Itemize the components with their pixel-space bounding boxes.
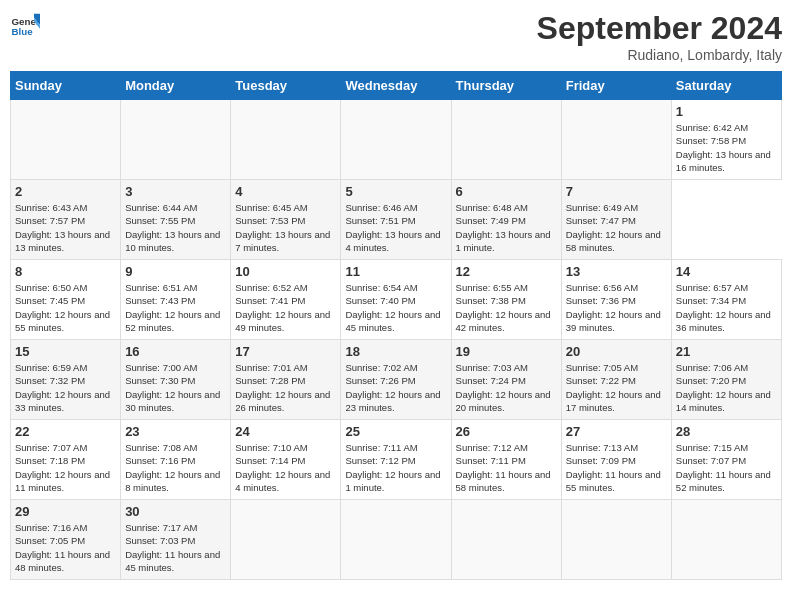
day-number: 12 xyxy=(456,264,557,279)
day-info: Sunrise: 7:16 AMSunset: 7:05 PMDaylight:… xyxy=(15,521,116,574)
day-number: 11 xyxy=(345,264,446,279)
week-row-3: 8Sunrise: 6:50 AMSunset: 7:45 PMDaylight… xyxy=(11,260,782,340)
calendar-cell xyxy=(231,100,341,180)
day-number: 22 xyxy=(15,424,116,439)
day-number: 1 xyxy=(676,104,777,119)
day-header-tuesday: Tuesday xyxy=(231,72,341,100)
week-row-2: 2Sunrise: 6:43 AMSunset: 7:57 PMDaylight… xyxy=(11,180,782,260)
calendar-cell: 6Sunrise: 6:48 AMSunset: 7:49 PMDaylight… xyxy=(451,180,561,260)
logo: General Blue xyxy=(10,10,40,40)
day-info: Sunrise: 6:57 AMSunset: 7:34 PMDaylight:… xyxy=(676,281,777,334)
day-number: 18 xyxy=(345,344,446,359)
day-number: 6 xyxy=(456,184,557,199)
day-number: 2 xyxy=(15,184,116,199)
calendar-cell: 26Sunrise: 7:12 AMSunset: 7:11 PMDayligh… xyxy=(451,420,561,500)
day-info: Sunrise: 6:55 AMSunset: 7:38 PMDaylight:… xyxy=(456,281,557,334)
day-number: 5 xyxy=(345,184,446,199)
day-info: Sunrise: 6:42 AMSunset: 7:58 PMDaylight:… xyxy=(676,121,777,174)
day-number: 23 xyxy=(125,424,226,439)
day-header-monday: Monday xyxy=(121,72,231,100)
day-info: Sunrise: 7:00 AMSunset: 7:30 PMDaylight:… xyxy=(125,361,226,414)
day-number: 3 xyxy=(125,184,226,199)
day-number: 29 xyxy=(15,504,116,519)
day-number: 10 xyxy=(235,264,336,279)
day-number: 4 xyxy=(235,184,336,199)
calendar-cell: 5Sunrise: 6:46 AMSunset: 7:51 PMDaylight… xyxy=(341,180,451,260)
calendar-cell: 13Sunrise: 6:56 AMSunset: 7:36 PMDayligh… xyxy=(561,260,671,340)
calendar-cell: 30Sunrise: 7:17 AMSunset: 7:03 PMDayligh… xyxy=(121,500,231,580)
day-number: 15 xyxy=(15,344,116,359)
day-header-sunday: Sunday xyxy=(11,72,121,100)
month-title: September 2024 xyxy=(537,10,782,47)
svg-text:Blue: Blue xyxy=(12,26,34,37)
day-number: 8 xyxy=(15,264,116,279)
calendar-cell: 19Sunrise: 7:03 AMSunset: 7:24 PMDayligh… xyxy=(451,340,561,420)
calendar-cell: 4Sunrise: 6:45 AMSunset: 7:53 PMDaylight… xyxy=(231,180,341,260)
day-info: Sunrise: 7:07 AMSunset: 7:18 PMDaylight:… xyxy=(15,441,116,494)
calendar-cell: 2Sunrise: 6:43 AMSunset: 7:57 PMDaylight… xyxy=(11,180,121,260)
calendar-cell xyxy=(341,500,451,580)
week-row-1: 1Sunrise: 6:42 AMSunset: 7:58 PMDaylight… xyxy=(11,100,782,180)
day-header-wednesday: Wednesday xyxy=(341,72,451,100)
day-number: 27 xyxy=(566,424,667,439)
day-info: Sunrise: 7:03 AMSunset: 7:24 PMDaylight:… xyxy=(456,361,557,414)
day-number: 30 xyxy=(125,504,226,519)
calendar-cell: 27Sunrise: 7:13 AMSunset: 7:09 PMDayligh… xyxy=(561,420,671,500)
calendar-cell xyxy=(561,100,671,180)
calendar-cell: 14Sunrise: 6:57 AMSunset: 7:34 PMDayligh… xyxy=(671,260,781,340)
day-info: Sunrise: 7:02 AMSunset: 7:26 PMDaylight:… xyxy=(345,361,446,414)
calendar-cell xyxy=(561,500,671,580)
calendar-cell xyxy=(451,100,561,180)
calendar-cell: 24Sunrise: 7:10 AMSunset: 7:14 PMDayligh… xyxy=(231,420,341,500)
calendar-cell: 22Sunrise: 7:07 AMSunset: 7:18 PMDayligh… xyxy=(11,420,121,500)
day-info: Sunrise: 6:54 AMSunset: 7:40 PMDaylight:… xyxy=(345,281,446,334)
day-info: Sunrise: 6:52 AMSunset: 7:41 PMDaylight:… xyxy=(235,281,336,334)
week-row-4: 15Sunrise: 6:59 AMSunset: 7:32 PMDayligh… xyxy=(11,340,782,420)
day-info: Sunrise: 6:49 AMSunset: 7:47 PMDaylight:… xyxy=(566,201,667,254)
day-number: 21 xyxy=(676,344,777,359)
day-info: Sunrise: 6:48 AMSunset: 7:49 PMDaylight:… xyxy=(456,201,557,254)
day-info: Sunrise: 7:06 AMSunset: 7:20 PMDaylight:… xyxy=(676,361,777,414)
week-row-5: 22Sunrise: 7:07 AMSunset: 7:18 PMDayligh… xyxy=(11,420,782,500)
calendar-cell xyxy=(341,100,451,180)
calendar-cell: 16Sunrise: 7:00 AMSunset: 7:30 PMDayligh… xyxy=(121,340,231,420)
calendar-cell: 12Sunrise: 6:55 AMSunset: 7:38 PMDayligh… xyxy=(451,260,561,340)
day-info: Sunrise: 7:01 AMSunset: 7:28 PMDaylight:… xyxy=(235,361,336,414)
day-number: 20 xyxy=(566,344,667,359)
calendar-cell: 15Sunrise: 6:59 AMSunset: 7:32 PMDayligh… xyxy=(11,340,121,420)
calendar-cell: 20Sunrise: 7:05 AMSunset: 7:22 PMDayligh… xyxy=(561,340,671,420)
calendar-cell: 8Sunrise: 6:50 AMSunset: 7:45 PMDaylight… xyxy=(11,260,121,340)
day-number: 7 xyxy=(566,184,667,199)
day-number: 19 xyxy=(456,344,557,359)
day-info: Sunrise: 7:10 AMSunset: 7:14 PMDaylight:… xyxy=(235,441,336,494)
calendar-cell: 9Sunrise: 6:51 AMSunset: 7:43 PMDaylight… xyxy=(121,260,231,340)
calendar-cell xyxy=(451,500,561,580)
calendar-cell: 21Sunrise: 7:06 AMSunset: 7:20 PMDayligh… xyxy=(671,340,781,420)
calendar-cell xyxy=(11,100,121,180)
day-info: Sunrise: 7:11 AMSunset: 7:12 PMDaylight:… xyxy=(345,441,446,494)
day-number: 14 xyxy=(676,264,777,279)
calendar-cell: 29Sunrise: 7:16 AMSunset: 7:05 PMDayligh… xyxy=(11,500,121,580)
logo-icon: General Blue xyxy=(10,10,40,40)
calendar-cell: 7Sunrise: 6:49 AMSunset: 7:47 PMDaylight… xyxy=(561,180,671,260)
calendar-table: SundayMondayTuesdayWednesdayThursdayFrid… xyxy=(10,71,782,580)
day-number: 26 xyxy=(456,424,557,439)
calendar-cell xyxy=(671,500,781,580)
day-info: Sunrise: 7:12 AMSunset: 7:11 PMDaylight:… xyxy=(456,441,557,494)
day-info: Sunrise: 6:43 AMSunset: 7:57 PMDaylight:… xyxy=(15,201,116,254)
calendar-cell: 28Sunrise: 7:15 AMSunset: 7:07 PMDayligh… xyxy=(671,420,781,500)
day-number: 28 xyxy=(676,424,777,439)
day-info: Sunrise: 7:05 AMSunset: 7:22 PMDaylight:… xyxy=(566,361,667,414)
location-title: Rudiano, Lombardy, Italy xyxy=(537,47,782,63)
calendar-cell: 3Sunrise: 6:44 AMSunset: 7:55 PMDaylight… xyxy=(121,180,231,260)
day-info: Sunrise: 7:15 AMSunset: 7:07 PMDaylight:… xyxy=(676,441,777,494)
calendar-cell: 18Sunrise: 7:02 AMSunset: 7:26 PMDayligh… xyxy=(341,340,451,420)
calendar-cell: 17Sunrise: 7:01 AMSunset: 7:28 PMDayligh… xyxy=(231,340,341,420)
day-number: 25 xyxy=(345,424,446,439)
day-info: Sunrise: 7:17 AMSunset: 7:03 PMDaylight:… xyxy=(125,521,226,574)
day-info: Sunrise: 6:44 AMSunset: 7:55 PMDaylight:… xyxy=(125,201,226,254)
calendar-cell xyxy=(121,100,231,180)
calendar-cell: 10Sunrise: 6:52 AMSunset: 7:41 PMDayligh… xyxy=(231,260,341,340)
day-info: Sunrise: 6:51 AMSunset: 7:43 PMDaylight:… xyxy=(125,281,226,334)
calendar-cell: 23Sunrise: 7:08 AMSunset: 7:16 PMDayligh… xyxy=(121,420,231,500)
